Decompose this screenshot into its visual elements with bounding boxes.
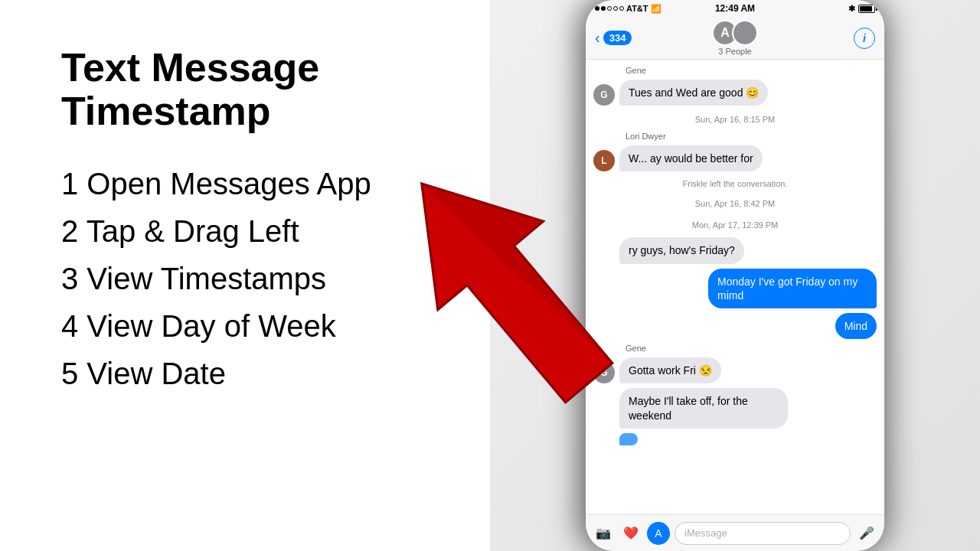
- battery-icon: [858, 5, 875, 13]
- right-panel: AT&T 📶 12:49 AM ✱ ‹ 334: [490, 0, 980, 551]
- bubble-received: Tues and Wed are good 😊: [619, 80, 768, 106]
- avatar-group: A: [712, 20, 758, 46]
- info-icon: i: [863, 32, 866, 44]
- avatar-lori: L: [593, 150, 615, 171]
- message-row-guys: ry guys, how's Friday?: [593, 237, 877, 263]
- bubble-lori: W... ay would be better for: [619, 145, 763, 171]
- step-3: 3 View Timestamps: [61, 259, 444, 298]
- message-row-sent-2: Mind: [593, 313, 877, 339]
- signal-dot-2: [601, 6, 606, 11]
- main-title: Text Message Timestamp: [61, 46, 444, 133]
- signal-dot-4: [613, 6, 618, 11]
- bubble-sent-monday: Monday I've got Friday on my mimd: [708, 269, 877, 308]
- signal-dot-1: [595, 6, 599, 11]
- timestamp-3: Mon, Apr 17, 12:39 PM: [593, 220, 877, 230]
- carrier-label: AT&T: [626, 4, 648, 13]
- step-2: 2 Tap & Drag Left: [61, 211, 444, 251]
- phone-frame: AT&T 📶 12:49 AM ✱ ‹ 334: [586, 0, 884, 551]
- phone-screen: AT&T 📶 12:49 AM ✱ ‹ 334: [586, 0, 884, 551]
- bubble-partial: [619, 433, 638, 445]
- steps-list: 1 Open Messages App 2 Tap & Drag Left 3 …: [61, 164, 444, 393]
- battery-tip: [876, 7, 877, 11]
- back-chevron-icon: ‹: [595, 29, 600, 47]
- message-row-sent-1: Monday I've got Friday on my mimd: [593, 269, 877, 308]
- nav-bar: ‹ 334 A 3 People i: [586, 17, 884, 60]
- appstore-button[interactable]: A: [647, 522, 670, 545]
- bubble-sent-mind: Mind: [835, 313, 877, 339]
- mic-button[interactable]: 🎤: [855, 522, 878, 545]
- input-bar: 📷 ❤️ A iMessage 🎤: [586, 514, 884, 551]
- bubble-gotta: Gotta work Fri 😒: [619, 357, 721, 383]
- status-left: AT&T 📶: [595, 4, 662, 14]
- people-label: 3 People: [718, 47, 751, 56]
- timestamp-1: Sun, Apr 16, 8:15 PM: [593, 115, 877, 124]
- message-row: G Tues and Wed are good 😊: [593, 80, 877, 106]
- status-time: 12:49 AM: [715, 3, 755, 14]
- step-4: 4 View Day of Week: [61, 306, 444, 346]
- messages-area[interactable]: Gene G Tues and Wed are good 😊 Sun, Apr …: [586, 60, 884, 514]
- sender-gene-label: Gene: [626, 66, 877, 75]
- battery-fill: [860, 6, 872, 11]
- step-1: 1 Open Messages App: [61, 164, 444, 204]
- heartbeat-button[interactable]: ❤️: [619, 522, 642, 545]
- message-row-partial: [593, 433, 877, 445]
- message-row-lori: L W... ay would be better for: [593, 145, 877, 171]
- bubble-guys: ry guys, how's Friday?: [619, 237, 744, 263]
- bubble-maybe: Maybe I'll take off, for the weekend: [619, 388, 788, 428]
- sender-gene-label-2: Gene: [626, 344, 877, 353]
- message-row-maybe: Maybe I'll take off, for the weekend: [593, 388, 877, 428]
- nav-center: A 3 People: [712, 20, 758, 56]
- signal-dots: [595, 6, 624, 11]
- left-panel: Text Message Timestamp 1 Open Messages A…: [0, 0, 490, 551]
- bluetooth-icon: ✱: [848, 4, 855, 14]
- info-button[interactable]: i: [854, 28, 875, 49]
- status-bar: AT&T 📶 12:49 AM ✱: [586, 0, 884, 17]
- wifi-icon: 📶: [651, 4, 662, 14]
- imessage-input[interactable]: iMessage: [675, 522, 851, 545]
- nav-back-button[interactable]: ‹ 334: [595, 29, 632, 47]
- avatar-gene: G: [593, 84, 615, 106]
- avatar-secondary: [732, 20, 758, 46]
- status-right: ✱: [848, 4, 875, 14]
- back-badge[interactable]: 334: [603, 31, 632, 45]
- signal-dot-5: [619, 6, 624, 11]
- signal-dot-3: [607, 6, 612, 11]
- avatar-gene-2: G: [593, 362, 615, 383]
- message-row-gotta: G Gotta work Fri 😒: [593, 357, 877, 383]
- sender-lori-label: Lori Dwyer: [626, 132, 877, 141]
- timestamp-2: Sun, Apr 16, 8:42 PM: [593, 199, 877, 208]
- step-5: 5 View Date: [61, 354, 444, 393]
- camera-button[interactable]: 📷: [592, 522, 615, 545]
- system-message: Friskle left the conversation.: [593, 179, 877, 188]
- input-placeholder: iMessage: [684, 527, 727, 539]
